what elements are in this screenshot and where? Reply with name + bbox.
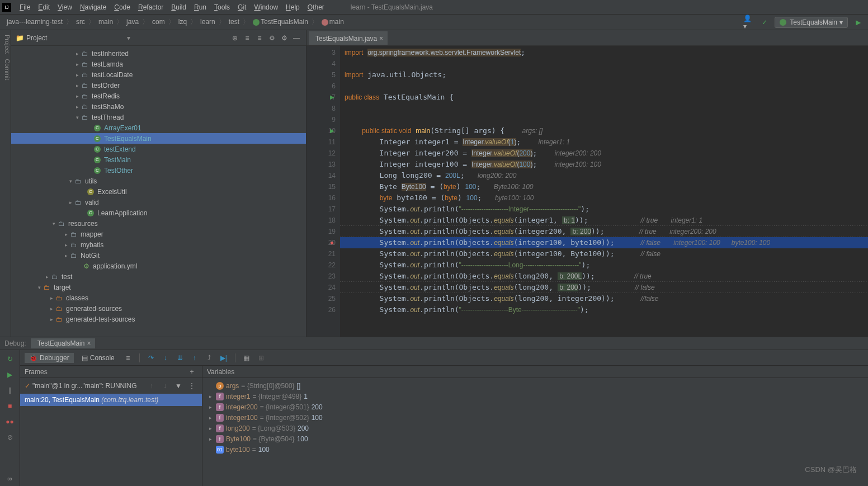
code-line[interactable]: Integer integer1 = Integer.valueOf(1); i… (340, 136, 868, 148)
code-line[interactable]: System.out.println(Objects.equals(intege… (340, 226, 868, 237)
close-icon[interactable]: × (87, 339, 91, 347)
menu-navigate[interactable]: Navigate (76, 3, 110, 11)
code-line[interactable]: byte byte100 = (byte) 100; byte100: 100 (340, 192, 868, 204)
force-step-into-icon[interactable]: ⇊ (174, 352, 186, 364)
menu-code[interactable]: Code (110, 3, 134, 11)
menu-tools[interactable]: Tools (210, 3, 234, 11)
crumb[interactable]: TestEqualsMain (251, 18, 310, 26)
line-number[interactable]: 3 (306, 47, 336, 58)
step-over-icon[interactable]: ↷ (145, 352, 157, 364)
tree-item[interactable]: CTestMain (11, 154, 306, 165)
tree-item[interactable]: ▾🗀target (11, 282, 306, 292)
tree-item[interactable]: ▸🗀classes (11, 292, 306, 303)
line-number[interactable]: 24 (306, 282, 336, 293)
run-to-cursor-icon[interactable]: ▶| (218, 352, 229, 364)
line-number[interactable]: 21 (306, 248, 336, 259)
tree-item[interactable]: ▸🗀testLocalDate (11, 69, 306, 80)
menu-refactor[interactable]: Refactor (134, 3, 167, 11)
down-icon[interactable]: ↓ (159, 380, 171, 391)
step-into-icon[interactable]: ↓ (160, 352, 171, 364)
code-line[interactable]: Byte Byte100 = (byte) 100; Byte100: 100 (340, 181, 868, 192)
view-breakpoints-icon[interactable]: ●● (4, 416, 16, 427)
line-number[interactable]: 20 (306, 237, 336, 248)
more-icon[interactable]: ⋮ (186, 380, 197, 391)
line-number[interactable]: 14 (306, 170, 336, 181)
variable-row[interactable]: 01 byte100 = 100 (202, 444, 868, 455)
user-icon[interactable]: 👤▾ (743, 17, 754, 28)
pause-icon[interactable]: ∥ (4, 385, 16, 396)
tree-item[interactable]: ▸🗀generated-sources (11, 303, 306, 314)
debugger-tab[interactable]: 🐞 Debugger (25, 353, 74, 363)
crumb[interactable]: test (227, 18, 242, 26)
threads-icon[interactable]: ≡ (122, 352, 134, 364)
tree-item[interactable]: ▾🗀testThread (11, 112, 306, 122)
line-number[interactable]: 18 (306, 215, 336, 226)
filter-icon[interactable]: ⚙ (267, 33, 277, 43)
code-line[interactable]: System.out.println(Objects.equals(long20… (340, 282, 868, 293)
crumb[interactable]: src (74, 18, 87, 26)
menu-window[interactable]: Window (250, 3, 282, 11)
line-number[interactable]: 26 (306, 304, 336, 315)
code-line[interactable]: Integer integer100 = Integer.valueOf(100… (340, 159, 868, 170)
run-button[interactable]: ▶ (852, 17, 864, 28)
code-line[interactable]: System.out.println(Objects.equals(intege… (340, 248, 868, 259)
line-number[interactable]: 25 (306, 293, 336, 304)
line-number[interactable]: 15 (306, 181, 336, 192)
line-number[interactable]: 16 (306, 192, 336, 204)
code-line[interactable]: System.out.println(Objects.equals(long20… (340, 271, 868, 282)
trace-icon[interactable]: ⊞ (256, 352, 267, 364)
crumb[interactable]: com (150, 18, 167, 26)
tree-item[interactable]: CLearnApplication (11, 207, 306, 218)
code-line[interactable]: System.out.println(Objects.equals(intege… (340, 237, 868, 248)
mute-breakpoints-icon[interactable]: ⊘ (4, 432, 16, 443)
sort-desc-icon[interactable]: ≡ (254, 33, 265, 43)
run-config-selector[interactable]: TestEqualsMain ▾ (775, 17, 848, 28)
tree-item[interactable]: ▸🗀NotGit (11, 250, 306, 261)
menu-file[interactable]: File (16, 3, 34, 11)
check-icon[interactable]: ✓ (759, 17, 770, 28)
code-line[interactable]: Integer integer200 = Integer.valueOf(200… (340, 148, 868, 159)
line-number[interactable]: 7 (306, 92, 336, 103)
crumb[interactable]: java (124, 18, 141, 26)
line-number[interactable]: 22 (306, 259, 336, 271)
tree-item[interactable]: ▸🗀test (11, 271, 306, 282)
line-number[interactable]: 6 (306, 81, 336, 92)
line-number[interactable]: 17 (306, 204, 336, 215)
tree-item[interactable]: ▸🗀testRedis (11, 91, 306, 101)
variable-row[interactable]: ▸f long200 = {Long@503} 200 (202, 423, 868, 433)
line-number[interactable]: 9 (306, 114, 336, 125)
editor-tab[interactable]: TestEqualsMain.java × (309, 31, 388, 45)
tree-item[interactable]: CtestExtend (11, 144, 306, 154)
stop-icon[interactable]: ■ (4, 400, 16, 412)
code-line[interactable]: System.out.println("--------------------… (340, 204, 868, 215)
tree-item[interactable]: ▾🗀utils (11, 176, 306, 186)
drop-frame-icon[interactable]: ⤴ (204, 352, 215, 364)
variable-row[interactable]: ▸f integer200 = {Integer@501} 200 (202, 402, 868, 412)
thread-row[interactable]: ✓ "main"@1 in gr..."main": RUNNING ↑ ↓ ▼… (20, 378, 202, 394)
up-icon[interactable]: ↑ (146, 380, 157, 391)
sort-asc-icon[interactable]: ≡ (242, 33, 252, 43)
gear-icon[interactable]: ⚙ (279, 33, 289, 43)
line-number[interactable]: 10 (306, 125, 336, 136)
code-line[interactable] (340, 103, 868, 114)
debug-run-tab[interactable]: TestEqualsMain × (31, 338, 96, 348)
frame-row[interactable]: main:20, TestEqualsMain (com.lzq.learn.t… (20, 394, 202, 406)
line-number[interactable]: 11 (306, 136, 336, 148)
code-line[interactable]: public static void main(String[] args) {… (340, 125, 868, 136)
tree-item[interactable]: ▾🗀resources (11, 218, 306, 229)
rerun-icon[interactable]: ↻ (4, 353, 16, 365)
add-icon[interactable]: ＋ (186, 366, 197, 378)
variable-row[interactable]: ▸f Byte100 = {Byte@504} 100 (202, 433, 868, 444)
tree-item[interactable]: ▸🗀valid (11, 197, 306, 207)
tree-item[interactable]: ▸🗀testLamda (11, 59, 306, 69)
variable-row[interactable]: p args = {String[0]@500} [] (202, 380, 868, 391)
menu-run[interactable]: Run (190, 3, 210, 11)
tree-item[interactable]: ⚙application.yml (11, 261, 306, 271)
project-tree[interactable]: ▸🗀testInherited▸🗀testLamda▸🗀testLocalDat… (11, 46, 306, 337)
code-line[interactable]: System.out.println(Objects.equals(intege… (340, 215, 868, 226)
menu-git[interactable]: Git (234, 3, 250, 11)
code-line[interactable]: import java.util.Objects; (340, 69, 868, 81)
console-tab[interactable]: ▤ Console (77, 353, 119, 363)
variables-body[interactable]: p args = {String[0]@500} []▸f integer1 =… (202, 378, 868, 486)
tree-item[interactable]: CTestOther (11, 165, 306, 176)
